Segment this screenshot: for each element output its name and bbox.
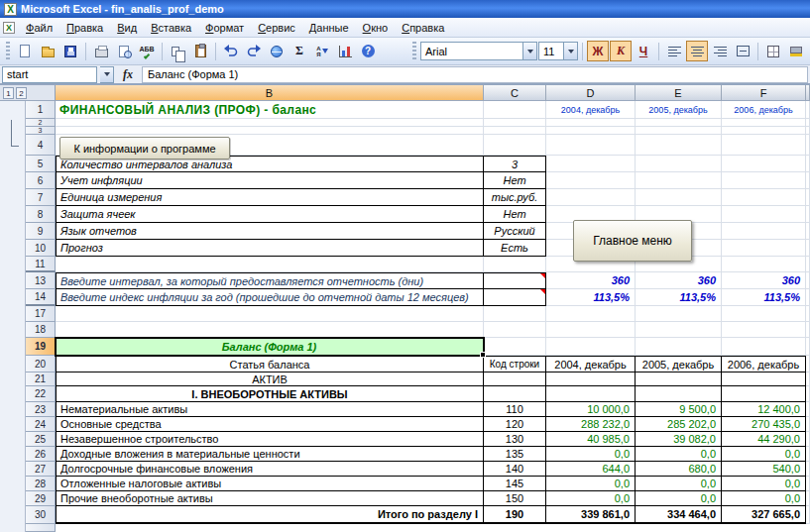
name-box[interactable]: start xyxy=(2,66,97,83)
cell-B8-param-label[interactable]: Защита ячеек xyxy=(56,206,484,223)
cell-E3[interactable] xyxy=(636,127,722,135)
cell-B14-inflation-label[interactable]: Введите индекс инфляции за год (прошедши… xyxy=(56,289,484,306)
cell-D22[interactable] xyxy=(546,386,636,402)
cell-F14-inflation-value[interactable]: 113,5% xyxy=(722,289,806,306)
cell-F11[interactable] xyxy=(722,257,806,272)
column-header-E[interactable]: E xyxy=(636,85,722,101)
cell-B25-item-label[interactable]: Незавершенное строительство xyxy=(56,432,484,447)
toolbar-grip[interactable] xyxy=(412,42,416,61)
cell-D27-value[interactable]: 644,0 xyxy=(546,462,636,477)
cell-D29-value[interactable]: 0,0 xyxy=(546,491,636,506)
cell-F2[interactable] xyxy=(722,119,806,127)
cell-F26-value[interactable]: 0,0 xyxy=(722,447,806,462)
row-header-21[interactable]: 21 xyxy=(26,372,56,386)
cell-E6[interactable] xyxy=(636,172,722,189)
row-header-11[interactable]: 11 xyxy=(26,257,56,272)
cell-D26-value[interactable]: 0,0 xyxy=(546,447,636,462)
cell-B24-item-label[interactable]: Основные средства xyxy=(56,417,484,432)
cell-C29-code[interactable]: 150 xyxy=(484,491,546,506)
row-header-26[interactable]: 26 xyxy=(26,447,56,462)
cell-B28-item-label[interactable]: Отложенные налоговые активы xyxy=(56,477,484,491)
cell-C28-code[interactable]: 145 xyxy=(484,477,546,491)
row-header-19[interactable]: 19 xyxy=(26,338,56,356)
cell-C6-param-value[interactable]: Нет xyxy=(484,172,546,189)
fill-color-button[interactable] xyxy=(785,41,807,61)
cell-F21[interactable] xyxy=(722,372,806,386)
cell-F9[interactable] xyxy=(722,223,806,240)
cell-B30-total-label[interactable]: Итого по разделу I xyxy=(56,506,484,524)
cell-C23-code[interactable]: 110 xyxy=(484,402,546,417)
cell-D4[interactable] xyxy=(546,135,636,156)
font-name-combo[interactable]: Arial xyxy=(420,42,537,60)
cell-D6[interactable] xyxy=(546,172,636,189)
cell-F22[interactable] xyxy=(722,386,806,402)
row-header-14[interactable]: 14 xyxy=(26,289,56,306)
row-header-9[interactable]: 9 xyxy=(26,223,56,240)
cell-F19[interactable] xyxy=(722,338,806,356)
row-header-1[interactable]: 1 xyxy=(26,101,56,119)
cell-D14-inflation-value[interactable]: 113,5% xyxy=(546,289,636,306)
cell-B2[interactable] xyxy=(56,119,484,127)
row-header-5[interactable]: 5 xyxy=(26,156,56,172)
row-header-28[interactable]: 28 xyxy=(26,477,56,491)
cell-C11[interactable] xyxy=(484,257,546,272)
cell-C18[interactable] xyxy=(484,322,546,338)
outline-level-2-button[interactable]: 2 xyxy=(16,87,27,99)
sort-ascending-button[interactable]: АЯ xyxy=(311,41,333,61)
open-button[interactable] xyxy=(37,41,58,61)
cell-E4[interactable] xyxy=(636,135,722,156)
cell-D24-value[interactable]: 288 232,0 xyxy=(546,417,636,432)
cell-D17[interactable] xyxy=(546,306,636,322)
align-left-button[interactable] xyxy=(663,41,685,61)
spelling-button[interactable]: АБВ xyxy=(136,41,158,61)
cell-B26-item-label[interactable]: Доходные вложения в материальные ценност… xyxy=(56,447,484,462)
cell-B6-param-label[interactable]: Учет инфляции xyxy=(56,172,484,189)
cell-B22-section-1[interactable]: I. ВНЕОБОРОТНЫЕ АКТИВЫ xyxy=(56,386,484,402)
row-header-18[interactable]: 18 xyxy=(26,322,56,338)
cell-E24-value[interactable]: 285 202,0 xyxy=(636,417,722,432)
chart-wizard-button[interactable] xyxy=(334,41,356,61)
row-header-30[interactable]: 30 xyxy=(26,506,56,524)
cell-C1[interactable] xyxy=(484,101,546,119)
menu-edit[interactable]: Правка xyxy=(59,19,110,37)
outline-group-bracket[interactable] xyxy=(11,120,19,147)
name-box-dropdown[interactable] xyxy=(100,66,114,83)
bold-button[interactable]: Ж xyxy=(587,41,609,61)
column-header-C[interactable]: C xyxy=(484,85,546,101)
cell-D5[interactable] xyxy=(546,156,636,172)
font-size-combo[interactable]: 11 xyxy=(538,42,578,60)
row-header-29[interactable]: 29 xyxy=(26,491,56,506)
cell-D23-value[interactable]: 10 000,0 xyxy=(546,402,636,417)
cell-F27-value[interactable]: 540,0 xyxy=(722,462,806,477)
cell-B3[interactable] xyxy=(56,127,484,135)
cell-C14-inflation-input[interactable] xyxy=(484,289,546,306)
cell-E19[interactable] xyxy=(636,338,722,356)
cell-E14-inflation-value[interactable]: 113,5% xyxy=(636,289,722,306)
row-header-8[interactable]: 8 xyxy=(26,206,56,223)
chevron-down-icon[interactable] xyxy=(563,43,577,59)
cell-E30-total-value[interactable]: 334 464,0 xyxy=(636,506,722,524)
cell-D7[interactable] xyxy=(546,189,636,206)
cell-C21[interactable] xyxy=(484,372,546,386)
align-right-button[interactable] xyxy=(709,41,731,61)
cell-E2[interactable] xyxy=(636,119,722,127)
cell-B7-param-label[interactable]: Единица измерения xyxy=(56,189,484,206)
menu-data[interactable]: Данные xyxy=(302,19,356,37)
cell-D20-table-header[interactable]: 2004, декабрь xyxy=(546,356,636,372)
workbook-icon[interactable]: X xyxy=(3,22,15,34)
cell-B17[interactable] xyxy=(56,306,484,322)
cell-B20-table-header[interactable]: Статья баланса xyxy=(56,356,484,372)
cell-D13-interval-value[interactable]: 360 xyxy=(546,272,636,289)
cell-E25-value[interactable]: 39 082,0 xyxy=(636,432,722,447)
cell-B23-item-label[interactable]: Нематериальные активы xyxy=(56,402,484,417)
undo-button[interactable] xyxy=(220,41,242,61)
menu-format[interactable]: Формат xyxy=(198,19,251,37)
cell-F25-value[interactable]: 44 290,0 xyxy=(722,432,806,447)
cell-D30-total-value[interactable]: 339 861,0 xyxy=(546,506,636,524)
cell-E28-value[interactable]: 0,0 xyxy=(636,477,722,491)
cell-F30-total-value[interactable]: 327 665,0 xyxy=(722,506,806,524)
row-header-22[interactable]: 22 xyxy=(26,386,56,402)
cell-E18[interactable] xyxy=(636,322,722,338)
cell-F20-table-header[interactable]: 2006, декабрь xyxy=(722,356,806,372)
cell-C8-param-value[interactable]: Нет xyxy=(484,206,546,223)
